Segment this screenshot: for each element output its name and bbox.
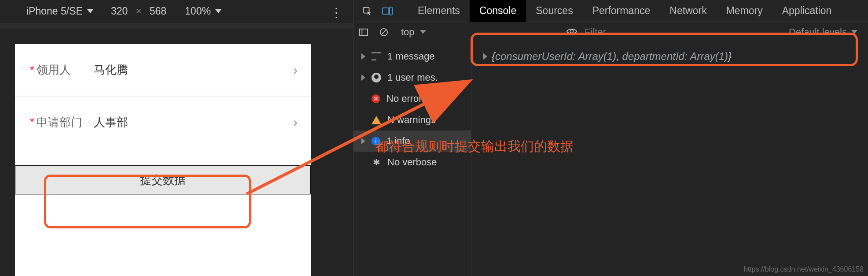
caret-right-icon bbox=[361, 75, 365, 81]
expand-icon[interactable] bbox=[483, 53, 487, 60]
tab-console[interactable]: Console bbox=[470, 0, 526, 22]
annotation-text: 都符合规则时提交输出我们的数据 bbox=[375, 138, 574, 156]
toggle-device-toolbar-icon[interactable] bbox=[377, 1, 397, 21]
clear-console-icon[interactable] bbox=[374, 22, 394, 42]
svg-rect-1 bbox=[383, 7, 389, 14]
tab-elements[interactable]: Elements bbox=[408, 0, 470, 22]
device-viewport: * 领用人 马化腾 › * 申请部门 人事部 › 提交数据 bbox=[15, 44, 311, 276]
filter-placeholder: Filter bbox=[585, 26, 606, 37]
svg-point-7 bbox=[570, 30, 573, 33]
form-row-consumer[interactable]: * 领用人 马化腾 › bbox=[15, 44, 311, 96]
chevron-down-icon bbox=[87, 9, 93, 13]
list-icon bbox=[371, 52, 381, 61]
sidebar-label: No error bbox=[386, 93, 422, 104]
tab-application[interactable]: Application bbox=[772, 0, 842, 22]
form-value-department: 人事部 bbox=[94, 115, 293, 130]
submit-button-label: 提交数据 bbox=[140, 172, 186, 188]
tab-memory[interactable]: Memory bbox=[717, 0, 772, 22]
emulation-toolbar: iPhone 5/SE 320 × 568 100% ⋮ bbox=[0, 0, 353, 22]
console-output[interactable]: {consumerUserId: Array(1), departmentId:… bbox=[471, 42, 868, 276]
viewport-height[interactable]: 568 bbox=[150, 5, 166, 17]
viewport-dimensions: 320 × 568 bbox=[111, 5, 166, 17]
sidebar-errors[interactable]: ✕ No error bbox=[353, 88, 471, 109]
toggle-sidebar-icon[interactable] bbox=[353, 22, 374, 42]
user-icon bbox=[371, 73, 381, 82]
zoom-value: 100% bbox=[185, 5, 211, 17]
devtools-pane: Elements Console Sources Performance Net… bbox=[353, 0, 868, 276]
inspect-element-icon[interactable] bbox=[357, 1, 377, 21]
error-icon: ✕ bbox=[371, 94, 380, 103]
bug-icon bbox=[371, 157, 381, 167]
zoom-select[interactable]: 100% bbox=[185, 5, 221, 17]
sidebar-warnings[interactable]: N warnings bbox=[353, 109, 471, 131]
form-row-department[interactable]: * 申请部门 人事部 › bbox=[15, 96, 311, 148]
watermark: https://blog.csdn.net/weixin_43606158 bbox=[744, 265, 864, 273]
sidebar-label: 1 user mes. bbox=[387, 72, 438, 83]
chevron-right-icon: › bbox=[293, 63, 298, 78]
sidebar-messages[interactable]: 1 message bbox=[353, 46, 471, 67]
device-select[interactable]: iPhone 5/SE bbox=[26, 5, 93, 17]
log-object: {consumerUserId: Array(1), departmentId:… bbox=[492, 50, 732, 63]
dimension-separator: × bbox=[136, 5, 141, 17]
tab-performance[interactable]: Performance bbox=[583, 0, 660, 22]
submit-button[interactable]: 提交数据 bbox=[15, 165, 311, 194]
submit-wrapper: 提交数据 bbox=[15, 162, 311, 198]
console-log-line[interactable]: {consumerUserId: Array(1), departmentId:… bbox=[483, 50, 857, 63]
live-expression-icon[interactable] bbox=[566, 26, 577, 38]
ruler bbox=[0, 22, 353, 30]
svg-rect-3 bbox=[360, 29, 368, 35]
sidebar-label: 1 message bbox=[387, 51, 435, 62]
levels-label: Default levels bbox=[789, 26, 847, 38]
sidebar-label: No verbose bbox=[387, 157, 437, 168]
filter-input[interactable]: Filter bbox=[585, 26, 778, 38]
console-body: 1 message 1 user mes. ✕ No error N warni… bbox=[353, 42, 868, 276]
sidebar-label: N warnings bbox=[387, 114, 436, 126]
chevron-down-icon bbox=[851, 30, 857, 34]
devtools-tabs: Elements Console Sources Performance Net… bbox=[353, 0, 868, 22]
required-star-icon: * bbox=[30, 116, 34, 128]
viewport-width[interactable]: 320 bbox=[111, 5, 128, 17]
device-emulation-pane: iPhone 5/SE 320 × 568 100% ⋮ * 领用人 马化腾 ›… bbox=[0, 0, 353, 276]
sidebar-user-messages[interactable]: 1 user mes. bbox=[353, 67, 471, 88]
console-toolbar: top Filter Default levels bbox=[353, 22, 868, 42]
log-levels-select[interactable]: Default levels bbox=[789, 26, 857, 38]
tab-sources[interactable]: Sources bbox=[526, 0, 582, 22]
chevron-right-icon: › bbox=[293, 115, 298, 130]
warning-icon bbox=[371, 116, 381, 124]
context-label: top bbox=[401, 26, 415, 38]
caret-right-icon bbox=[361, 53, 365, 60]
console-sidebar: 1 message 1 user mes. ✕ No error N warni… bbox=[353, 42, 471, 276]
execution-context-select[interactable]: top bbox=[401, 26, 426, 38]
required-star-icon: * bbox=[30, 64, 34, 76]
form-label-department: 申请部门 bbox=[37, 115, 94, 130]
caret-right-icon bbox=[361, 138, 365, 144]
device-name: iPhone 5/SE bbox=[26, 5, 83, 17]
kebab-menu-icon[interactable]: ⋮ bbox=[330, 5, 343, 20]
svg-rect-2 bbox=[390, 7, 392, 15]
form-value-consumer: 马化腾 bbox=[94, 62, 293, 78]
form-label-consumer: 领用人 bbox=[37, 62, 94, 78]
tab-network[interactable]: Network bbox=[660, 0, 716, 22]
chevron-down-icon bbox=[215, 9, 221, 13]
svg-line-6 bbox=[382, 30, 386, 34]
chevron-down-icon bbox=[420, 30, 426, 34]
